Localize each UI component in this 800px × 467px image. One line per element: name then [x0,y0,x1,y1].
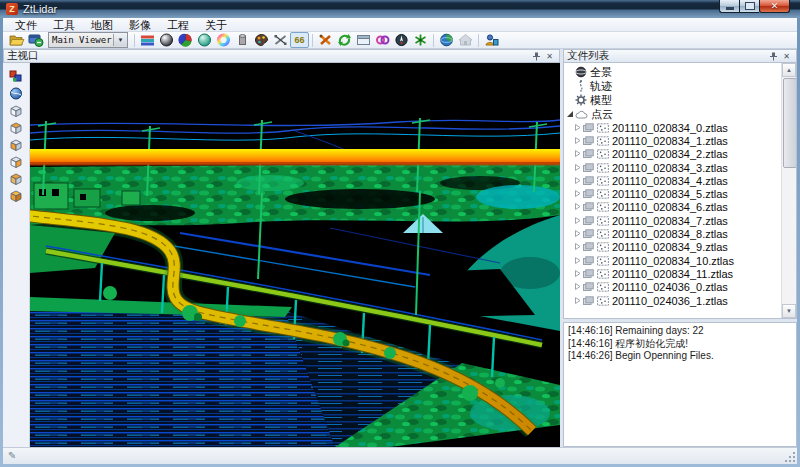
pointcloud-file-icon [597,202,609,212]
menu-tools[interactable]: 工具 [45,18,83,32]
menu-image[interactable]: 影像 [121,18,159,32]
viewer-select[interactable]: Main Viewer ▼ [48,32,128,48]
collapsed-arrow-icon[interactable] [564,148,583,160]
toolbar: Main Viewer ▼ [3,32,797,49]
scrollbar-thumb[interactable] [783,78,797,168]
tree-button[interactable] [411,32,430,48]
file-tree-row[interactable]: 201110_020834_5.ztlas [564,187,781,200]
map-colors-button[interactable] [5,68,27,85]
log-line: [14:46:16] 程序初始化完成! [568,338,792,351]
expand-arrow-icon[interactable] [564,108,575,120]
file-tree-row[interactable]: 201110_020834_6.ztlas [564,201,781,214]
collapsed-arrow-icon[interactable] [564,162,583,174]
file-tree-row[interactable]: 201110_020834_10.ztlas [564,254,781,267]
collapsed-arrow-icon[interactable] [564,268,583,280]
collapsed-arrow-icon[interactable] [564,241,583,253]
collapsed-arrow-icon[interactable] [564,201,583,213]
cube-solid-button[interactable] [5,187,27,204]
file-tree-row[interactable]: 201110_020834_2.ztlas [564,148,781,161]
sphere-color-button[interactable] [176,32,195,48]
file-tree-row[interactable]: 201110_020834_9.ztlas [564,241,781,254]
file-name: 201110_020834_7.ztlas [612,215,728,227]
compass-icon [394,33,409,47]
compass-button[interactable] [392,32,411,48]
tree-item-panorama[interactable]: 全景 [564,65,781,79]
collapsed-arrow-icon[interactable] [564,295,583,307]
menu-project[interactable]: 工程 [159,18,197,32]
file-name: 201110_020834_4.ztlas [612,175,728,187]
collapsed-arrow-icon[interactable] [564,255,583,267]
close-button[interactable]: ✕ [759,0,790,13]
tools-x-button[interactable] [316,32,335,48]
pin-icon[interactable] [530,51,543,62]
measure-x-button[interactable] [271,32,290,48]
pointcloud-file-icon [597,256,609,266]
collapsed-arrow-icon[interactable] [564,135,583,147]
maximize-button[interactable] [739,0,759,13]
globe-button[interactable] [5,85,27,102]
cylinder-button[interactable] [233,32,252,48]
collapsed-arrow-icon[interactable] [564,228,583,240]
viewport-panel: 主视口 ✕ [3,49,560,447]
tree-item-pointcloud[interactable]: 点云 [564,107,781,121]
cube-plain-button[interactable] [5,102,27,119]
pin-icon[interactable] [767,51,780,62]
home-button[interactable] [456,32,475,48]
layer-stripes-button[interactable] [138,32,157,48]
file-tree-row[interactable]: 201110_024036_1.ztlas [564,294,781,307]
cube-side-button[interactable] [5,153,27,170]
menu-map[interactable]: 地图 [83,18,121,32]
file-tree-row[interactable]: 201110_020834_1.ztlas [564,134,781,147]
scroll-down-icon[interactable]: ▼ [782,304,796,318]
open-file-button[interactable] [7,32,26,48]
file-tree-row[interactable]: 201110_020834_11.ztlas [564,267,781,280]
menu-about[interactable]: 关于 [197,18,235,32]
layer-stack-icon [583,229,594,239]
menu-file[interactable]: 文件 [7,18,45,32]
open-project-button[interactable] [26,32,45,48]
file-tree-row[interactable]: 201110_020834_8.ztlas [564,227,781,240]
refresh-button[interactable] [335,32,354,48]
toolbar-separator [312,34,313,47]
log-output[interactable]: [14:46:16] Remaining days: 22 [14:46:16]… [563,322,797,447]
collapsed-arrow-icon[interactable] [564,215,583,227]
palette-button[interactable] [252,32,271,48]
resize-grip[interactable] [785,452,795,462]
link-rings-button[interactable] [373,32,392,48]
window-frame-button[interactable] [354,32,373,48]
pointcloud-file-icon [597,123,609,133]
pointcloud-file-icon [597,136,609,146]
stereo-66-button[interactable]: 66 [290,32,309,48]
file-tree-row[interactable]: 201110_020834_0.ztlas [564,121,781,134]
color-ring-button[interactable] [214,32,233,48]
cube-plain-icon [9,104,23,118]
close-icon[interactable]: ✕ [543,51,556,62]
collapsed-arrow-icon[interactable] [564,188,583,200]
file-tree-row[interactable]: 201110_020834_7.ztlas [564,214,781,227]
file-tree-row[interactable]: 201110_020834_3.ztlas [564,161,781,174]
collapsed-arrow-icon[interactable] [564,122,583,134]
cube-back-button[interactable] [5,170,27,187]
refresh-icon [337,33,352,47]
cube-top-button[interactable] [5,119,27,136]
menubar: 文件 工具 地图 影像 工程 关于 [3,18,797,32]
pointcloud-viewport[interactable] [30,63,560,447]
close-icon[interactable]: ✕ [780,51,793,62]
sphere-teal-button[interactable] [195,32,214,48]
globe-pie-button[interactable] [437,32,456,48]
sphere-dark-button[interactable] [157,32,176,48]
collapsed-arrow-icon[interactable] [564,175,583,187]
globe-icon [9,87,23,100]
scroll-up-icon[interactable]: ▲ [782,63,796,77]
file-tree-row[interactable]: 201110_024036_0.ztlas [564,281,781,294]
tree-item-model[interactable]: 模型 [564,93,781,107]
tree-item-trajectory[interactable]: 轨迹 [564,79,781,93]
tree-scrollbar[interactable]: ▲ ▼ [781,63,796,318]
user-button[interactable] [482,32,501,48]
tree-item-label: 模型 [590,93,612,108]
collapsed-arrow-icon[interactable] [564,281,583,293]
minimize-button[interactable] [719,0,739,13]
file-name: 201110_020834_10.ztlas [612,255,734,267]
file-tree-row[interactable]: 201110_020834_4.ztlas [564,174,781,187]
cube-front-button[interactable] [5,136,27,153]
